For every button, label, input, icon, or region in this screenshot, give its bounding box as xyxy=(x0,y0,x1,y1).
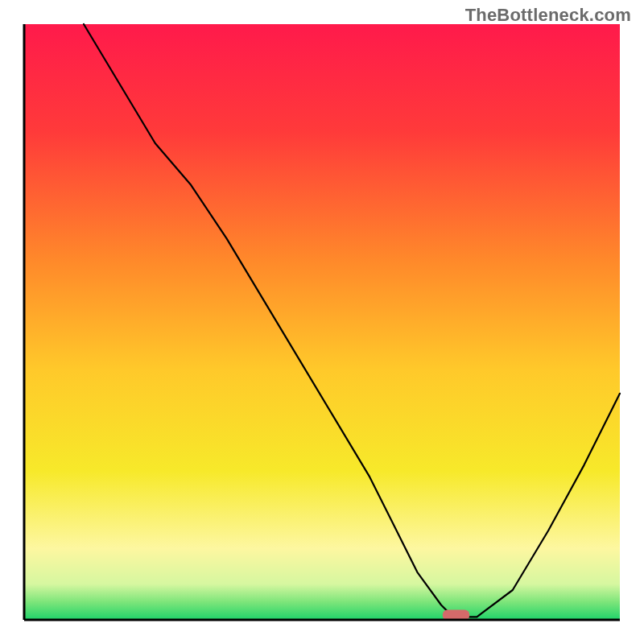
plot-background xyxy=(24,24,620,620)
chart-svg xyxy=(0,0,644,644)
chart-container: TheBottleneck.com xyxy=(0,0,644,644)
watermark-text: TheBottleneck.com xyxy=(465,5,631,26)
